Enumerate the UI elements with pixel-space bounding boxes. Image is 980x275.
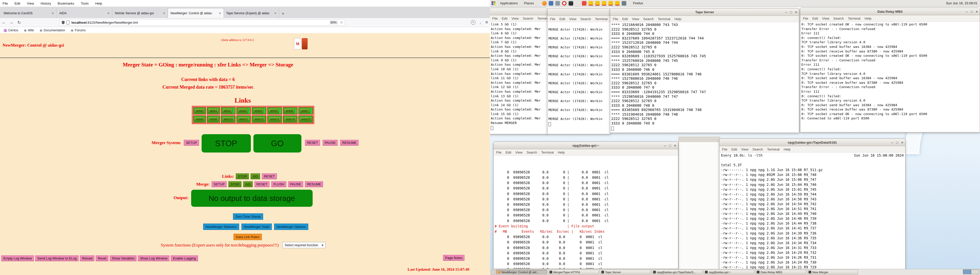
midas-launcher-icon[interactable] xyxy=(615,1,620,6)
system-functions-select[interactable]: Select required function▾ xyxy=(282,242,326,248)
terminal-menu-item[interactable]: View xyxy=(632,17,639,21)
merger-stop-button[interactable]: STOP xyxy=(202,134,251,153)
terminal-menu-item[interactable]: File xyxy=(803,17,808,21)
zoom-indicator[interactable]: 80% xyxy=(329,21,338,24)
output-storage-button[interactable]: No output to data storage xyxy=(191,190,313,207)
minimize-button[interactable]: – xyxy=(664,144,666,147)
bookmark-documentation[interactable]: ⊕Documentation xyxy=(40,28,65,32)
link-button[interactable]: aida9 xyxy=(208,117,218,122)
terminal-menu-item[interactable]: Search xyxy=(527,150,537,154)
bookmark-centos[interactable]: Centos xyxy=(3,28,18,32)
terminal-menu-item[interactable]: Terminal xyxy=(767,147,780,151)
merger-go-button[interactable]: GO xyxy=(253,134,301,153)
close-button[interactable]: × xyxy=(976,9,978,14)
log-control-button[interactable]: Show Variables xyxy=(110,255,137,261)
link-button[interactable]: aida13 xyxy=(269,117,281,122)
files-launcher-icon[interactable] xyxy=(549,1,553,6)
terminal-menu-item[interactable]: Search xyxy=(580,17,591,21)
merge-setup-button[interactable]: SETUP xyxy=(212,181,227,187)
close-button[interactable]: × xyxy=(901,141,903,144)
panel-clock[interactable]: Sun Jun 16, 15:08:01 xyxy=(946,1,977,5)
firefox-launcher-icon[interactable] xyxy=(542,1,547,6)
minimize-button[interactable]: – xyxy=(785,10,787,14)
terminal-menu-item[interactable]: File xyxy=(492,17,498,21)
merge-stop-button[interactable]: STOP xyxy=(228,181,242,187)
titlebar[interactable]: npg@aidas-gsi:~ – □ × xyxy=(493,142,678,149)
merge-reset-button[interactable]: RESET xyxy=(255,181,269,187)
midas-launcher-icon[interactable] xyxy=(595,1,600,6)
link-button[interactable]: aida6 xyxy=(284,108,294,113)
midas-launcher-icon[interactable] xyxy=(589,1,593,6)
background-window[interactable] xyxy=(678,136,720,275)
link-button[interactable]: aida1 xyxy=(208,108,218,113)
taskbar-window-button[interactable]: New Merger xyxy=(807,270,858,275)
close-icon[interactable]: × xyxy=(219,11,221,15)
centos-logo-icon[interactable] xyxy=(492,1,495,5)
terminal-window-merger-log[interactable]: FileEditViewSearchTerminalHelp link 5 GO… xyxy=(490,8,548,134)
back-icon[interactable]: ← xyxy=(0,20,8,25)
terminal-window-merge-actor[interactable]: FileEditViewSearchTerminalHelp MERGE Act… xyxy=(547,8,611,134)
url-text[interactable]: localhost:8115/NewMerger/NewMerger.tml xyxy=(72,21,329,24)
zero-time-stamp-button[interactable]: Zero Time Stamp xyxy=(233,213,263,220)
links-reset-button[interactable]: RESET xyxy=(262,174,277,179)
browser-menu-item[interactable]: History xyxy=(41,2,51,5)
close-button[interactable]: × xyxy=(674,144,676,147)
terminal-menu-item[interactable]: Edit xyxy=(559,17,565,21)
taskbar-window-button[interactable]: NewMerger: Control @ aid... xyxy=(496,270,547,275)
taskbar-window-button[interactable]: Tape Server xyxy=(600,270,651,275)
minimize-button[interactable]: – xyxy=(891,141,893,144)
browser-menu-item[interactable]: File xyxy=(3,2,8,5)
newmerger-options-button[interactable]: NewMerger Options xyxy=(274,224,308,230)
terminal-window-data-relay[interactable]: Data Relay MBS – □ × FileEditViewSearchT… xyxy=(800,8,980,133)
links-go-button[interactable]: GO xyxy=(251,174,260,179)
maximize-button[interactable]: □ xyxy=(669,144,671,147)
browser-menu-item[interactable]: Help xyxy=(95,2,102,5)
merger-reset-button[interactable]: RESET xyxy=(305,140,320,145)
terminal-menu-item[interactable]: View xyxy=(569,17,576,21)
archive-launcher-icon[interactable] xyxy=(555,1,560,6)
browser-menu-item[interactable]: View xyxy=(27,2,34,5)
taskbar-window-button[interactable]: Merger/Tape HTTPd xyxy=(548,270,599,275)
download-icon[interactable]: ↓ xyxy=(479,21,482,25)
new-tab-button[interactable]: + xyxy=(279,9,287,18)
merge-go-button[interactable]: GO xyxy=(243,181,252,187)
terminal-menu-item[interactable]: Edit xyxy=(622,17,628,21)
link-button[interactable]: aida7 xyxy=(300,108,310,113)
link-button[interactable]: aida15 xyxy=(300,117,312,122)
newmerger-state-button[interactable]: NewMerger State xyxy=(242,224,272,230)
terminal-window-tape-server[interactable]: Tape Server – □ × FileEditViewSearchTerm… xyxy=(610,8,799,133)
link-button[interactable]: aida0 xyxy=(194,108,205,113)
terminal-menu-item[interactable]: Edit xyxy=(502,17,508,21)
bookmark-wiki[interactable]: ⊕Wiki xyxy=(24,28,34,32)
merge-flush-button[interactable]: FLUSH xyxy=(271,181,286,187)
show-desktop-button[interactable] xyxy=(491,270,495,275)
screenshot-launcher-icon[interactable] xyxy=(622,1,626,6)
merge-pause-button[interactable]: PAUSE xyxy=(288,181,303,187)
reload-icon[interactable]: ↻ xyxy=(15,20,23,25)
terminal-menu-item[interactable]: File xyxy=(722,147,727,151)
terminal-menu-item[interactable]: Edit xyxy=(732,147,737,151)
terminal-menu-item[interactable]: Search xyxy=(752,147,763,151)
merger-resume-button[interactable]: RESUME xyxy=(340,140,359,145)
close-icon[interactable]: × xyxy=(52,11,54,15)
log-control-button[interactable]: Enable Logging xyxy=(171,255,198,261)
bookmark-star-icon[interactable]: ☆ xyxy=(340,20,343,25)
log-control-button[interactable]: Reset xyxy=(96,255,108,261)
terminal-launcher-icon[interactable] xyxy=(569,1,573,6)
browser-tab[interactable]: NetVar Service @ aidas-gsi × xyxy=(112,8,168,18)
browser-menu-item[interactable]: Bookmarks xyxy=(58,2,74,5)
terminal-window-tapedata[interactable]: npg@aidas-gsi:/TapeData/S181 – □ × FileE… xyxy=(719,139,905,269)
terminal-menu-item[interactable]: Search xyxy=(643,17,654,21)
terminal-menu-item[interactable]: Help xyxy=(675,17,681,21)
browser-tab[interactable]: Welcome to CentOS × xyxy=(1,8,57,18)
pocket-icon[interactable]: ▾ xyxy=(471,20,476,25)
browser-tab[interactable]: AIDA × xyxy=(57,8,112,18)
titlebar[interactable] xyxy=(490,8,547,15)
browser-menu-item[interactable]: Tools xyxy=(81,2,89,5)
maximize-button[interactable]: □ xyxy=(971,9,973,14)
link-button[interactable]: aida10 xyxy=(222,117,234,122)
link-button[interactable]: aida12 xyxy=(253,117,265,122)
app-menu-icon[interactable]: ≡ xyxy=(485,20,488,25)
terminal-menu-item[interactable]: View xyxy=(741,147,748,151)
forward-icon[interactable]: → xyxy=(8,20,15,25)
